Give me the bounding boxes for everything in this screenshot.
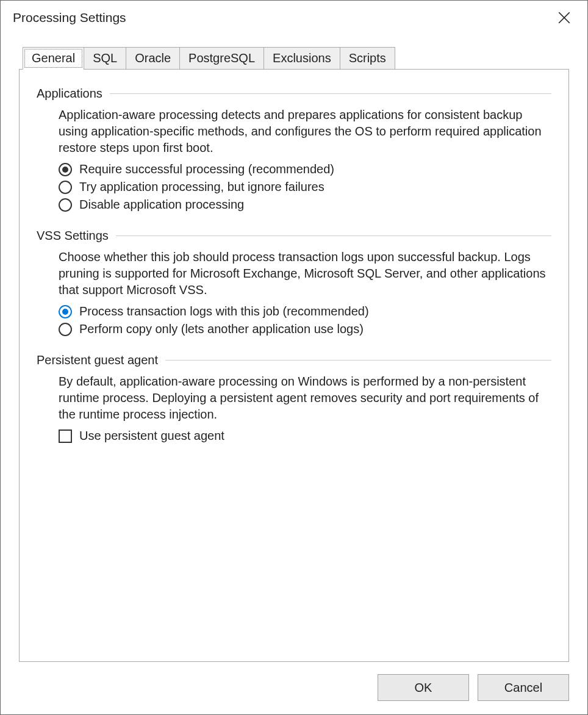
group-title-agent: Persistent guest agent (37, 353, 165, 367)
radio-try-ignore-failures[interactable]: Try application processing, but ignore f… (59, 180, 551, 194)
radio-disable-processing[interactable]: Disable application processing (59, 198, 551, 212)
group-title-vss: VSS Settings (37, 229, 116, 243)
close-button[interactable] (552, 5, 576, 30)
radio-icon (59, 181, 72, 194)
group-persistent-agent: Persistent guest agent By default, appli… (37, 353, 551, 443)
radio-icon (59, 323, 72, 336)
radio-label: Require successful processing (recommend… (79, 162, 334, 176)
tab-general[interactable]: General (23, 47, 84, 70)
tab-scripts[interactable]: Scripts (340, 47, 395, 70)
close-icon (558, 12, 570, 24)
tab-oracle[interactable]: Oracle (126, 47, 180, 70)
tab-postgresql[interactable]: PostgreSQL (179, 47, 264, 70)
titlebar: Processing Settings (1, 1, 587, 32)
divider-line (110, 93, 551, 94)
group-header: Persistent guest agent (37, 353, 551, 367)
divider-line (165, 360, 551, 361)
radio-label: Process transaction logs with this job (… (79, 304, 369, 318)
tab-exclusions[interactable]: Exclusions (264, 47, 340, 70)
radio-icon (59, 163, 72, 176)
vss-description: Choose whether this job should process t… (59, 249, 551, 298)
window-title: Processing Settings (13, 10, 126, 25)
radio-process-logs[interactable]: Process transaction logs with this job (… (59, 304, 551, 318)
applications-description: Application-aware processing detects and… (59, 107, 551, 156)
dialog-body: General SQL Oracle PostgreSQL Exclusions… (1, 32, 587, 662)
checkbox-persistent-agent[interactable]: Use persistent guest agent (59, 429, 551, 443)
radio-copy-only[interactable]: Perform copy only (lets another applicat… (59, 322, 551, 336)
radio-label: Perform copy only (lets another applicat… (79, 322, 364, 336)
group-applications: Applications Application-aware processin… (37, 87, 551, 212)
tab-panel-general: Applications Application-aware processin… (19, 69, 569, 662)
cancel-button[interactable]: Cancel (478, 674, 569, 701)
checkbox-label: Use persistent guest agent (79, 429, 224, 443)
ok-button[interactable]: OK (378, 674, 469, 701)
radio-label: Disable application processing (79, 198, 244, 212)
radio-require-successful[interactable]: Require successful processing (recommend… (59, 162, 551, 176)
group-vss-settings: VSS Settings Choose whether this job sho… (37, 229, 551, 336)
checkbox-icon (59, 429, 72, 443)
radio-label: Try application processing, but ignore f… (79, 180, 324, 194)
radio-icon (59, 198, 72, 212)
group-header: Applications (37, 87, 551, 101)
group-title-applications: Applications (37, 87, 110, 101)
tabstrip: General SQL Oracle PostgreSQL Exclusions… (19, 47, 569, 70)
radio-icon (59, 305, 72, 318)
group-header: VSS Settings (37, 229, 551, 243)
divider-line (116, 235, 551, 236)
dialog-footer: OK Cancel (1, 662, 587, 714)
agent-description: By default, application-aware processing… (59, 373, 551, 423)
dialog-window: Processing Settings General SQL Oracle P… (0, 0, 588, 715)
tab-sql[interactable]: SQL (84, 47, 126, 70)
